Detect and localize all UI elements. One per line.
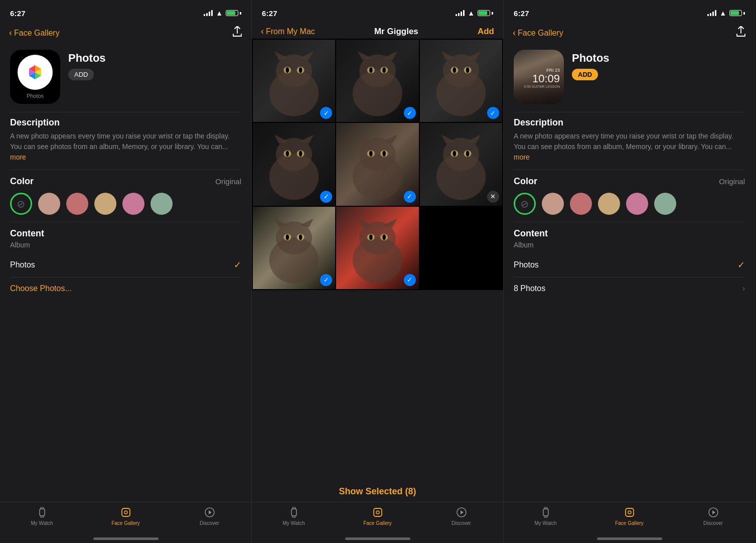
- tab-face-gallery-1[interactable]: Face Gallery: [84, 506, 168, 526]
- photo-cell-1[interactable]: ✓: [253, 40, 335, 122]
- svg-rect-10: [292, 516, 295, 517]
- battery-icon-2: [478, 10, 493, 16]
- more-link-3[interactable]: more: [514, 153, 530, 161]
- content-row-photos-1[interactable]: Photos ✓: [10, 253, 241, 278]
- photo-cell-8[interactable]: ✓: [336, 207, 418, 289]
- scroll-content-3: FRI 23 10:09 4:30 GUITAR LESSON Photos A…: [504, 42, 755, 543]
- slash-icon-3: ⊘: [519, 197, 531, 211]
- color-swatch-3-2[interactable]: [570, 193, 592, 215]
- svg-rect-2: [41, 507, 44, 509]
- face-gallery-icon-3: [624, 506, 636, 518]
- tab-discover-2[interactable]: Discover: [419, 506, 503, 526]
- watch-face-preview-3: FRI 23 10:09 4:30 GUITAR LESSON: [514, 50, 564, 104]
- check-icon-3: ✓: [737, 259, 745, 270]
- photo-cell-6[interactable]: ✕: [420, 123, 502, 205]
- tab-bar-1: My Watch Face Gallery Discover: [0, 502, 251, 543]
- tab-label-watch-3: My Watch: [534, 520, 556, 526]
- phone-2: 6:27 ▲ ‹ From My Mac Mr Giggles Add: [252, 0, 504, 543]
- color-value-3: Original: [719, 177, 745, 186]
- back-button-2[interactable]: ‹ From My Mac: [261, 26, 315, 37]
- photo-x-6: ✕: [487, 191, 499, 203]
- status-bar-1: 6:27 ▲: [0, 0, 251, 22]
- color-swatch-none-3[interactable]: ⊘: [514, 193, 536, 215]
- color-swatch-3-1[interactable]: [542, 193, 564, 215]
- color-header-1: Color Original: [10, 176, 241, 187]
- content-label-3: Content: [514, 228, 745, 239]
- back-label-3: Face Gallery: [518, 29, 563, 38]
- home-indicator-3: [597, 537, 662, 540]
- color-swatches-3: ⊘: [514, 193, 745, 215]
- svg-rect-8: [291, 509, 296, 516]
- photo-cell-7[interactable]: ✓: [253, 207, 335, 289]
- tab-my-watch-2[interactable]: My Watch: [252, 506, 336, 526]
- svg-point-19: [628, 511, 631, 514]
- more-link-1[interactable]: more: [10, 153, 26, 161]
- color-swatch-none-1[interactable]: ⊘: [10, 193, 32, 215]
- chevron-right-icon-3: ›: [742, 284, 745, 293]
- color-value-1: Original: [215, 177, 241, 186]
- status-time-2: 6:27: [262, 9, 277, 18]
- slash-icon-1: ⊘: [16, 197, 27, 211]
- description-section-1: Description A new photo appears every ti…: [0, 112, 251, 170]
- svg-rect-15: [543, 509, 548, 516]
- home-indicator-2: [345, 537, 410, 540]
- signal-icon-1: [204, 10, 213, 16]
- scroll-content-2: ✓ ✓ ✓ ✓ ✓ ✕: [252, 39, 503, 479]
- signal-icon-2: [456, 10, 465, 16]
- color-swatch-3-4[interactable]: [626, 193, 648, 215]
- tab-face-gallery-2[interactable]: Face Gallery: [336, 506, 419, 526]
- content-row-8photos-3[interactable]: 8 Photos ›: [514, 278, 745, 300]
- wifi-icon-2: ▲: [468, 9, 475, 17]
- content-sub-1: Album: [10, 241, 241, 249]
- watch-face-preview-1: Photos: [10, 50, 60, 104]
- photo-cell-2[interactable]: ✓: [336, 40, 418, 122]
- back-label-1: Face Gallery: [14, 29, 60, 38]
- tab-face-gallery-3[interactable]: Face Gallery: [587, 506, 671, 526]
- tab-discover-1[interactable]: Discover: [168, 506, 251, 526]
- photo-cell-5[interactable]: ✓: [336, 123, 418, 205]
- show-selected-button[interactable]: Show Selected (8): [339, 486, 416, 497]
- add-button-3[interactable]: ADD: [572, 69, 598, 80]
- face-section-3: FRI 23 10:09 4:30 GUITAR LESSON Photos A…: [504, 42, 755, 112]
- watch-icon-2: [288, 506, 300, 518]
- photo-check-4: ✓: [320, 191, 332, 203]
- svg-marker-7: [209, 510, 212, 514]
- tab-label-face-3: Face Gallery: [615, 520, 644, 526]
- tab-discover-3[interactable]: Discover: [671, 506, 755, 526]
- back-button-1[interactable]: ‹ Face Gallery: [9, 28, 60, 38]
- photo-check-5: ✓: [404, 191, 416, 203]
- content-row-photos-3[interactable]: Photos ✓: [514, 253, 745, 278]
- phone-3: 6:27 ▲ ‹ Face Gallery: [504, 0, 755, 543]
- tab-my-watch-1[interactable]: My Watch: [0, 506, 84, 526]
- content-row-choose-1[interactable]: Choose Photos...: [10, 278, 241, 300]
- face-title-3: Photos: [572, 52, 745, 65]
- color-swatch-3-5[interactable]: [654, 193, 676, 215]
- watch-date-3: FRI 23: [546, 68, 560, 73]
- choose-photos-link-1[interactable]: Choose Photos...: [10, 284, 72, 293]
- add-nav-button-2[interactable]: Add: [478, 27, 494, 37]
- tab-label-watch-2: My Watch: [282, 520, 305, 526]
- color-swatch-3[interactable]: [94, 193, 116, 215]
- watch-icon-3: [540, 506, 552, 518]
- content-sub-3: Album: [514, 241, 745, 249]
- face-info-3: Photos ADD: [572, 50, 745, 80]
- chevron-left-icon-2: ‹: [261, 26, 264, 37]
- color-swatch-5[interactable]: [150, 193, 173, 215]
- color-swatch-1[interactable]: [38, 193, 60, 215]
- face-section-1: Photos Photos ADD: [0, 42, 251, 112]
- wifi-icon-1: ▲: [216, 9, 223, 17]
- photo-cell-3[interactable]: ✓: [420, 40, 502, 122]
- add-button-1[interactable]: ADD: [68, 69, 94, 80]
- photo-cell-4[interactable]: ✓: [253, 123, 335, 205]
- color-swatch-2[interactable]: [66, 193, 88, 215]
- back-button-3[interactable]: ‹ Face Gallery: [513, 28, 563, 38]
- battery-icon-1: [226, 10, 241, 16]
- content-row-text-photos-3: Photos: [514, 260, 539, 269]
- color-swatch-4[interactable]: [122, 193, 144, 215]
- content-row-text-photos-1: Photos: [10, 260, 35, 269]
- share-button-3[interactable]: [736, 26, 746, 40]
- tab-my-watch-3[interactable]: My Watch: [504, 506, 587, 526]
- share-button-1[interactable]: [232, 26, 242, 40]
- color-swatch-3-3[interactable]: [598, 193, 620, 215]
- tab-bar-3: My Watch Face Gallery Discover: [504, 502, 755, 543]
